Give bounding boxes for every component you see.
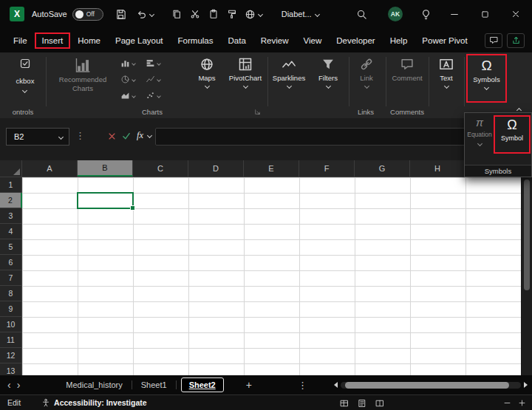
search-icon[interactable]: [356, 9, 367, 20]
page-break-view-icon[interactable]: [375, 399, 384, 408]
tab-help[interactable]: Help: [383, 33, 415, 49]
pivotchart-button[interactable]: PivotChart: [225, 55, 266, 88]
formula-bar-dots-icon[interactable]: ⋮: [75, 130, 85, 141]
filters-button[interactable]: Filters: [309, 55, 347, 88]
column-header-h[interactable]: H: [410, 160, 466, 177]
link-button[interactable]: Link: [350, 55, 383, 88]
row-header-9[interactable]: 9: [0, 301, 22, 317]
tab-file[interactable]: File: [6, 33, 35, 49]
tab-power-pivot[interactable]: Power Pivot: [415, 33, 474, 49]
charts-dialog-launcher-icon[interactable]: [254, 109, 261, 115]
checkbox-icon[interactable]: [19, 58, 31, 69]
sparklines-chevron[interactable]: [286, 83, 291, 89]
tab-home[interactable]: Home: [70, 33, 108, 49]
sheet-nav-left-icon[interactable]: ‹: [4, 380, 14, 390]
autosave-toggle[interactable]: Off: [72, 8, 103, 21]
row-header-2[interactable]: 2: [0, 193, 22, 208]
row-header-3[interactable]: 3: [0, 208, 22, 224]
row-header-5[interactable]: 5: [0, 239, 22, 255]
comment-button[interactable]: Comment: [387, 55, 427, 82]
page-layout-view-icon[interactable]: [358, 399, 366, 408]
tab-data[interactable]: Data: [221, 33, 253, 49]
excel-app-icon[interactable]: X: [10, 7, 24, 21]
vertical-scrollbar[interactable]: [522, 177, 532, 375]
column-header-g[interactable]: G: [355, 160, 410, 177]
text-button[interactable]: Text: [429, 55, 464, 88]
equation-chevron[interactable]: [477, 141, 482, 146]
horizontal-scrollbar-track[interactable]: [341, 382, 521, 389]
save-icon[interactable]: [115, 9, 126, 20]
row-header-10[interactable]: 10: [0, 317, 22, 332]
sheet-menu-dots-icon[interactable]: ⋮: [298, 380, 307, 391]
select-all-corner[interactable]: [0, 160, 22, 177]
undo-icon[interactable]: [136, 9, 147, 20]
format-painter-icon[interactable]: [227, 9, 237, 19]
symbol-menu-item[interactable]: Ω Symbol: [495, 117, 529, 152]
insert-pie-chart-button[interactable]: [120, 75, 135, 84]
row-header-12[interactable]: 12: [0, 348, 22, 363]
accessibility-status[interactable]: Accessibility: Investigate: [54, 398, 146, 407]
column-header-e[interactable]: E: [244, 160, 299, 177]
sheet-tab-medical-history[interactable]: Medical_history: [57, 377, 131, 392]
symbols-button[interactable]: Ω Symbols: [468, 55, 505, 101]
user-avatar[interactable]: AK: [388, 7, 403, 21]
sheet-nav-right-icon[interactable]: ›: [14, 380, 24, 390]
name-box-chevron[interactable]: [58, 134, 64, 139]
column-header-a[interactable]: A: [22, 160, 78, 177]
column-header-b[interactable]: B: [78, 160, 133, 177]
tab-developer[interactable]: Developer: [329, 33, 382, 49]
row-header-4[interactable]: 4: [0, 224, 22, 239]
insert-column-chart-button[interactable]: [120, 58, 135, 68]
filters-chevron[interactable]: [325, 83, 330, 89]
name-box[interactable]: B2: [6, 128, 69, 146]
scroll-left-arrow[interactable]: [334, 382, 338, 388]
maps-button[interactable]: Maps: [189, 55, 225, 88]
tab-view[interactable]: View: [296, 33, 330, 49]
insert-bar-chart-button[interactable]: [146, 58, 160, 68]
column-header-c[interactable]: C: [133, 160, 188, 177]
maps-chevron[interactable]: [204, 83, 209, 89]
tab-formulas[interactable]: Formulas: [171, 33, 221, 49]
tab-page-layout[interactable]: Page Layout: [108, 33, 171, 49]
selected-cell-b2[interactable]: [77, 192, 134, 209]
add-sheet-button[interactable]: +: [246, 379, 252, 391]
cut-icon[interactable]: [190, 9, 200, 19]
fx-chevron[interactable]: [147, 133, 152, 138]
insert-scatter-chart-button[interactable]: [146, 91, 160, 100]
scroll-right-arrow[interactable]: [524, 382, 528, 388]
undo-dropdown-chevron[interactable]: [149, 11, 154, 16]
zoom-in-icon[interactable]: [518, 399, 526, 407]
sheet-tab-sheet1[interactable]: Sheet1: [132, 377, 176, 392]
share-button[interactable]: [507, 33, 525, 48]
worksheet-grid[interactable]: [22, 177, 521, 375]
tab-insert[interactable]: Insert: [35, 33, 71, 49]
column-header-f[interactable]: F: [299, 160, 355, 177]
insert-function-button[interactable]: fx: [137, 130, 143, 141]
enter-check-icon[interactable]: [122, 131, 131, 140]
normal-view-icon[interactable]: [340, 399, 349, 408]
quick-access-chevron[interactable]: [258, 11, 263, 16]
lightbulb-icon[interactable]: [420, 9, 432, 20]
horizontal-scrollbar[interactable]: [334, 380, 528, 389]
zoom-out-icon[interactable]: [503, 399, 511, 407]
recommended-charts-button[interactable]: Recommended Charts: [49, 55, 117, 92]
row-header-11[interactable]: 11: [0, 332, 22, 348]
equation-menu-item[interactable]: π Equation: [466, 116, 493, 146]
workbook-name[interactable]: Diabet...: [282, 10, 312, 18]
vertical-scrollbar-thumb[interactable]: [524, 180, 530, 290]
symbols-chevron[interactable]: [484, 85, 489, 90]
cancel-icon[interactable]: [108, 132, 116, 140]
maximize-button[interactable]: [480, 10, 490, 19]
copy-icon[interactable]: [171, 9, 182, 19]
sheet-tab-sheet2-active[interactable]: Sheet2: [181, 377, 224, 392]
row-header-6[interactable]: 6: [0, 255, 22, 270]
horizontal-scrollbar-thumb[interactable]: [345, 382, 509, 389]
workbook-name-chevron[interactable]: [315, 11, 320, 16]
comments-toggle-button[interactable]: [485, 33, 502, 48]
pivotchart-chevron[interactable]: [242, 83, 248, 89]
checkbox-button-label[interactable]: ckbox: [6, 77, 44, 85]
row-header-7[interactable]: 7: [0, 270, 22, 286]
checkbox-dropdown-chevron[interactable]: [22, 88, 27, 93]
tab-review[interactable]: Review: [253, 33, 296, 49]
close-button[interactable]: [511, 9, 521, 19]
